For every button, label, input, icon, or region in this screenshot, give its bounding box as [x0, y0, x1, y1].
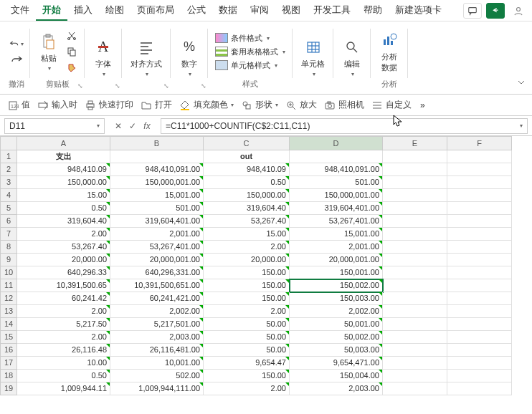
cell-C8[interactable]: 2.00	[204, 241, 290, 254]
cell-B19[interactable]: 1,009,944,111.00	[110, 382, 204, 395]
cell-A15[interactable]: 2.00	[17, 331, 110, 344]
cell-E10[interactable]	[383, 266, 447, 279]
cell-F13[interactable]	[447, 305, 512, 318]
cell-D15[interactable]: 50,002.00	[290, 331, 383, 344]
cell-A6[interactable]: 319,604.40	[17, 215, 110, 228]
edit-button[interactable]: 编辑▾	[339, 36, 365, 79]
row-header-6[interactable]: 6	[0, 215, 17, 228]
format-as-table-button[interactable]: 套用表格格式 ▾	[214, 46, 287, 58]
cell-A9[interactable]: 20,000.00	[17, 254, 110, 266]
font-launcher[interactable]: ⤡	[115, 82, 120, 90]
cell-E19[interactable]	[383, 382, 447, 395]
cell-B5[interactable]: 501.00	[110, 202, 204, 215]
cell-D3[interactable]: 501.00	[290, 176, 383, 189]
cell-A18[interactable]: 0.50	[17, 370, 110, 382]
row-header-18[interactable]: 18	[0, 370, 17, 382]
cell-A17[interactable]: 10.00	[17, 357, 110, 370]
cell-B8[interactable]: 53,267,401.00	[110, 241, 204, 254]
cell-A19[interactable]: 1,009,944.11	[17, 382, 110, 395]
cell-B13[interactable]: 2,002.00	[110, 305, 204, 318]
menu-开始[interactable]: 开始	[36, 1, 67, 21]
row-header-8[interactable]: 8	[0, 241, 17, 254]
cell-C9[interactable]: 20,000.00	[204, 254, 290, 266]
cell-B3[interactable]: 150,000,001.00	[110, 176, 204, 189]
name-box[interactable]: D11▾	[4, 118, 105, 134]
undo-button[interactable]: ▾	[9, 37, 24, 51]
cell-D4[interactable]: 150,000,001.00	[290, 189, 383, 202]
cell-D1[interactable]	[290, 150, 383, 163]
user-icon[interactable]	[509, 3, 528, 19]
row-header-5[interactable]: 5	[0, 202, 17, 215]
custom-button[interactable]: 自定义	[371, 99, 412, 111]
col-header-D[interactable]: D	[290, 136, 383, 150]
cell-B14[interactable]: 5,217,501.00	[110, 318, 204, 331]
cell-D18[interactable]: 150,004.00	[290, 370, 383, 382]
row-header-1[interactable]: 1	[0, 150, 17, 163]
redo-button[interactable]	[9, 52, 24, 67]
cell-A12[interactable]: 60,241.42	[17, 292, 110, 305]
cell-E12[interactable]	[383, 292, 447, 305]
cell-E1[interactable]	[383, 150, 447, 163]
cell-E4[interactable]	[383, 189, 447, 202]
col-header-B[interactable]: B	[110, 136, 204, 150]
cell-C2[interactable]: 948,410.09	[204, 163, 290, 176]
cell-D9[interactable]: 20,000,001.00	[290, 254, 383, 266]
align-button[interactable]: 对齐方式▾	[128, 36, 165, 79]
cut-button[interactable]	[65, 29, 79, 43]
cell-F7[interactable]	[447, 228, 512, 241]
cell-F4[interactable]	[447, 189, 512, 202]
cell-F9[interactable]	[447, 254, 512, 266]
cell-D14[interactable]: 50,001.00	[290, 318, 383, 331]
cell-B15[interactable]: 2,003.00	[110, 331, 204, 344]
number-launcher[interactable]: ⤡	[201, 82, 206, 90]
row-header-16[interactable]: 16	[0, 344, 17, 357]
cell-E14[interactable]	[383, 318, 447, 331]
cell-C19[interactable]: 2.00	[204, 382, 290, 395]
cell-styles-button[interactable]: 单元格样式 ▾	[214, 59, 279, 72]
quickbar-more-button[interactable]: »	[420, 100, 425, 110]
cell-E15[interactable]	[383, 331, 447, 344]
row-header-9[interactable]: 9	[0, 254, 17, 266]
menu-新建选项卡[interactable]: 新建选项卡	[389, 1, 448, 21]
cell-E18[interactable]	[383, 370, 447, 382]
cell-F16[interactable]	[447, 344, 512, 357]
cell-B7[interactable]: 2,001.00	[110, 228, 204, 241]
cell-B10[interactable]: 640,296,331.00	[110, 266, 204, 279]
cell-F2[interactable]	[447, 163, 512, 176]
menu-开发工具[interactable]: 开发工具	[307, 1, 357, 21]
row-header-12[interactable]: 12	[0, 292, 17, 305]
formula-input[interactable]: =C11*1000+COUNTIF(C$2:C11,C11)▾	[161, 118, 528, 134]
cell-C11[interactable]: 150.00	[204, 279, 290, 292]
comments-button[interactable]	[463, 3, 482, 19]
menu-帮助[interactable]: 帮助	[357, 1, 389, 21]
cell-F8[interactable]	[447, 241, 512, 254]
copy-button[interactable]	[65, 44, 79, 59]
cancel-formula-button[interactable]: ✕	[112, 120, 125, 133]
fast-print-button[interactable]: 快速打印	[85, 99, 133, 111]
cell-C18[interactable]: 150.00	[204, 370, 290, 382]
menu-绘图[interactable]: 绘图	[99, 1, 130, 21]
menu-数据[interactable]: 数据	[212, 1, 244, 21]
cells-button[interactable]: 单元格▾	[298, 36, 328, 79]
menu-插入[interactable]: 插入	[67, 1, 99, 21]
accept-formula-button[interactable]: ✓	[126, 120, 139, 133]
align-launcher[interactable]: ⤡	[163, 82, 169, 90]
cell-F5[interactable]	[447, 202, 512, 215]
conditional-format-button[interactable]: 条件格式 ▾	[214, 32, 271, 44]
menu-页面布局[interactable]: 页面布局	[130, 1, 181, 21]
cell-E5[interactable]	[383, 202, 447, 215]
cell-D10[interactable]: 150,001.00	[290, 266, 383, 279]
cell-F12[interactable]	[447, 292, 512, 305]
cell-E3[interactable]	[383, 176, 447, 189]
cell-F14[interactable]	[447, 318, 512, 331]
cell-F15[interactable]	[447, 331, 512, 344]
cell-B16[interactable]: 26,116,481.00	[110, 344, 204, 357]
cell-E16[interactable]	[383, 344, 447, 357]
menu-文件[interactable]: 文件	[4, 1, 36, 21]
cell-E6[interactable]	[383, 215, 447, 228]
cell-A14[interactable]: 5,217.50	[17, 318, 110, 331]
row-header-4[interactable]: 4	[0, 189, 17, 202]
cell-D13[interactable]: 2,002.00	[290, 305, 383, 318]
cell-E7[interactable]	[383, 228, 447, 241]
select-all-corner[interactable]	[0, 136, 17, 150]
